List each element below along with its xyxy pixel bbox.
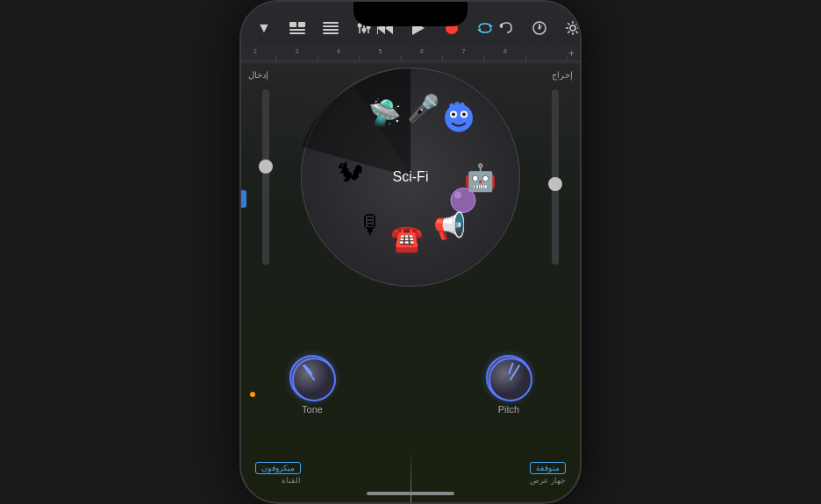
svg-text:7: 7 [461,49,465,55]
tone-control: Tone [289,355,335,415]
mixer-icon[interactable] [320,18,341,39]
svg-rect-4 [323,22,339,24]
voice-phone[interactable]: ☎️ [390,223,423,253]
phone-notch [353,2,468,26]
svg-rect-50 [460,103,464,109]
toolbar-right [496,18,580,39]
timeline-ruler: 2 3 4 5 6 7 8 + [241,46,580,63]
svg-text:2: 2 [253,49,257,55]
bottom-left: ميكروفون القناة [255,462,301,485]
svg-rect-1 [298,22,305,27]
metronome-icon[interactable] [529,18,550,39]
svg-text:6: 6 [420,49,424,55]
svg-text:3: 3 [295,49,298,55]
input-label: إدخال [248,70,268,80]
voice-speaker[interactable]: 📢 [433,209,466,240]
svg-rect-5 [323,25,339,27]
app-content: ▼ [241,2,580,502]
channel-label: القناة [255,476,301,485]
pitch-label: Pitch [498,404,519,415]
svg-rect-3 [289,32,305,34]
tone-knob[interactable] [289,355,335,401]
dropdown-arrow-icon[interactable]: ▼ [253,18,275,39]
svg-text:5: 5 [378,49,382,55]
voice-mic-stand[interactable]: 🎙 [358,210,384,240]
undo-icon[interactable] [496,18,517,39]
svg-point-51 [451,188,475,212]
tone-label: Tone [302,404,323,415]
svg-point-26 [570,25,575,31]
bottom-right: متوقفة جهاز عرض [530,462,566,485]
svg-rect-49 [455,102,459,109]
track-view-icon[interactable] [287,18,308,39]
svg-marker-20 [477,28,481,32]
svg-point-46 [452,112,455,116]
stopped-button[interactable]: متوقفة [530,462,566,474]
input-volume-slider[interactable] [262,89,269,265]
voice-circle[interactable]: Sci-Fi 🛸 🎤 [301,67,520,287]
svg-point-47 [462,112,466,116]
svg-rect-7 [323,32,339,34]
voice-squirrel[interactable]: 🐿 [337,158,363,188]
microphone-button[interactable]: ميكروفون [255,462,301,474]
settings-gear-icon[interactable] [562,18,580,39]
current-voice-label: Sci-Fi [393,169,429,185]
status-dot [250,392,255,397]
display-label: جهاز عرض [530,476,566,485]
pitch-knob[interactable] [486,355,532,401]
svg-point-52 [454,191,461,198]
loop-icon[interactable] [475,18,496,39]
voice-microphone[interactable]: 🎤 [407,92,439,123]
svg-rect-48 [450,103,453,109]
svg-text:8: 8 [503,49,507,55]
svg-rect-6 [323,29,339,31]
pointer-line [410,450,411,502]
level-indicator [241,190,246,208]
svg-rect-2 [289,29,305,31]
svg-text:4: 4 [337,49,340,55]
svg-marker-19 [489,25,493,28]
voice-selector[interactable]: Sci-Fi 🛸 🎤 [301,67,520,287]
voice-ufo[interactable]: 🛸 [368,96,401,127]
svg-rect-0 [289,22,296,27]
phone-frame: ▼ [239,0,582,504]
svg-point-12 [362,28,367,32]
pitch-control: Pitch [486,355,532,415]
voice-monster[interactable] [443,102,475,139]
output-volume-slider[interactable] [552,89,559,265]
output-label: إخراج [552,70,573,80]
add-track-button[interactable]: + [568,47,575,60]
